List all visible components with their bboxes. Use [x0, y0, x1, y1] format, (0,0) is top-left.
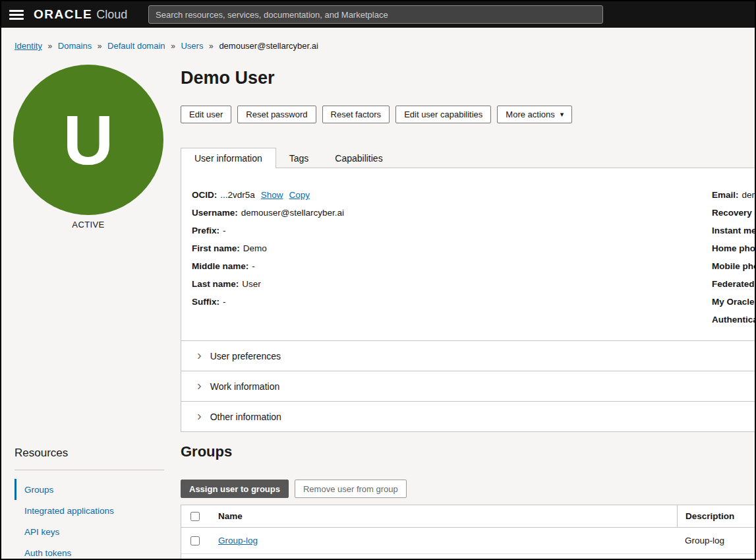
- oracle-cloud-logo[interactable]: ORACLE Cloud: [34, 7, 127, 22]
- breadcrumb-default-domain[interactable]: Default domain: [107, 41, 165, 51]
- page: ORACLE Cloud Identity » Domains » Defaul…: [0, 0, 756, 560]
- field-label: Home phon: [712, 243, 755, 253]
- field-label: Email:: [712, 190, 739, 200]
- user-info-left-column: OCID: ...2vdr5a Show Copy Username: demo…: [192, 186, 344, 311]
- field-value: Demo: [243, 243, 267, 253]
- field-label: First name:: [192, 243, 240, 253]
- tab-user-information[interactable]: User information: [181, 148, 276, 168]
- field-label: Instant mes: [712, 226, 755, 235]
- ocid-copy-link[interactable]: Copy: [289, 190, 310, 200]
- edit-user-capabilities-button[interactable]: Edit user capabilities: [395, 106, 491, 123]
- oracle-wordmark: ORACLE: [34, 7, 92, 22]
- avatar: U: [13, 65, 163, 215]
- reset-factors-button[interactable]: Reset factors: [322, 106, 390, 123]
- section-label: Work information: [210, 381, 280, 392]
- field-label: Recovery e: [712, 208, 755, 218]
- field-last-name: Last name: User: [192, 275, 344, 293]
- field-value: -: [223, 297, 226, 307]
- field-label: Prefix:: [192, 226, 219, 235]
- field-federated: Federated:: [712, 275, 755, 293]
- field-value: -: [252, 261, 255, 271]
- field-label: Federated:: [712, 279, 755, 289]
- field-label: My Oracle: [712, 297, 755, 307]
- section-user-preferences[interactable]: › User preferences: [181, 341, 755, 371]
- section-label: Other information: [210, 412, 281, 422]
- field-middle-name: Middle name: -: [192, 257, 344, 275]
- field-label: Suffix:: [192, 297, 219, 307]
- field-suffix: Suffix: -: [192, 293, 344, 311]
- field-first-name: First name: Demo: [192, 239, 344, 257]
- column-header-description: Description: [677, 505, 755, 527]
- field-value: -: [223, 226, 226, 235]
- sidebar-item-integrated-applications[interactable]: Integrated applications: [15, 500, 164, 521]
- field-prefix: Prefix: -: [192, 222, 344, 239]
- field-username: Username: demouser@stellarcyber.ai: [192, 204, 344, 222]
- groups-actions: Assign user to groups Remove user from g…: [181, 480, 407, 498]
- field-label: Last name:: [192, 279, 239, 289]
- sidebar-item-api-keys[interactable]: API keys: [15, 521, 164, 542]
- global-search-input[interactable]: [148, 5, 603, 24]
- topbar: ORACLE Cloud: [1, 1, 755, 28]
- edit-user-button[interactable]: Edit user: [181, 106, 231, 123]
- chevron-right-icon: ›: [197, 379, 202, 392]
- more-actions-button[interactable]: More actions ▾: [497, 106, 572, 123]
- field-value: ...2vdr5a: [220, 190, 255, 200]
- field-label: Authentica: [712, 315, 755, 325]
- breadcrumb-identity[interactable]: Identity: [15, 41, 42, 51]
- groups-title: Groups: [181, 443, 232, 460]
- page-title: Demo User: [181, 68, 275, 88]
- field-value: dem: [742, 190, 755, 200]
- sidebar-item-auth-tokens[interactable]: Auth tokens: [15, 542, 164, 560]
- breadcrumb-separator: »: [48, 42, 53, 51]
- remove-user-from-group-button[interactable]: Remove user from group: [295, 480, 407, 498]
- table-header-row: Name Description: [181, 505, 755, 528]
- select-all-checkbox[interactable]: [190, 512, 200, 521]
- ocid-show-link[interactable]: Show: [261, 190, 283, 200]
- sidebar-item-groups[interactable]: Groups: [15, 479, 164, 500]
- chevron-right-icon: ›: [197, 409, 202, 422]
- group-link[interactable]: Group-log: [218, 536, 258, 545]
- more-actions-label: More actions: [506, 109, 554, 119]
- section-work-information[interactable]: › Work information: [181, 371, 755, 402]
- cloud-wordmark: Cloud: [96, 8, 127, 22]
- groups-table: Name Description Group-log Group-log: [181, 505, 755, 560]
- breadcrumb-separator: »: [98, 42, 102, 51]
- menu-icon[interactable]: [9, 10, 24, 20]
- breadcrumb-current-user: demouser@stellarcyber.ai: [219, 41, 318, 51]
- column-header-name: Name: [209, 505, 677, 527]
- user-actions: Edit user Reset password Reset factors E…: [181, 106, 572, 123]
- resources-title: Resources: [15, 447, 68, 460]
- field-mobile-phone: Mobile pho: [712, 257, 755, 275]
- field-recovery-email: Recovery e: [712, 204, 755, 222]
- resources-nav: Groups Integrated applications API keys …: [15, 479, 164, 560]
- user-info-right-column: Email: dem Recovery e Instant mes Home p…: [712, 186, 755, 328]
- breadcrumb-domains[interactable]: Domains: [58, 41, 92, 51]
- caret-down-icon: ▾: [560, 111, 564, 118]
- breadcrumb-separator: »: [171, 42, 175, 51]
- group-description: Group-log: [677, 528, 755, 553]
- field-email: Email: dem: [712, 186, 755, 204]
- assign-user-to-groups-button[interactable]: Assign user to groups: [181, 480, 289, 498]
- tab-bar: User information Tags Capabilities: [181, 148, 396, 168]
- breadcrumb-users[interactable]: Users: [181, 41, 203, 51]
- field-label: Username:: [192, 208, 238, 218]
- user-information-panel: OCID: ...2vdr5a Show Copy Username: demo…: [181, 168, 755, 341]
- field-label: Middle name:: [192, 261, 248, 271]
- field-home-phone: Home phon: [712, 239, 755, 257]
- field-my-oracle: My Oracle: [712, 293, 755, 311]
- row-checkbox[interactable]: [190, 536, 200, 545]
- tab-capabilities[interactable]: Capabilities: [322, 148, 395, 168]
- avatar-letter: U: [63, 100, 114, 180]
- field-value: demouser@stellarcyber.ai: [241, 208, 344, 218]
- tab-tags[interactable]: Tags: [276, 148, 322, 168]
- field-ocid: OCID: ...2vdr5a Show Copy: [192, 186, 344, 204]
- field-label: OCID:: [192, 190, 217, 200]
- section-other-information[interactable]: › Other information: [181, 402, 755, 432]
- breadcrumb-separator: »: [209, 42, 214, 51]
- section-label: User preferences: [210, 351, 281, 361]
- chevron-right-icon: ›: [197, 348, 202, 361]
- field-instant-messaging: Instant mes: [712, 222, 755, 239]
- field-value: User: [242, 279, 261, 289]
- field-label: Mobile pho: [712, 261, 755, 271]
- reset-password-button[interactable]: Reset password: [237, 106, 316, 123]
